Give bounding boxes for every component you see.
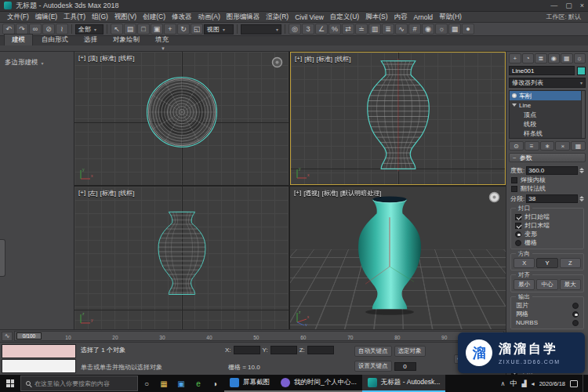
remove-modifier-icon[interactable]: × [555,141,570,151]
viewport-front[interactable]: [+][前][标准][线框] [290,52,506,185]
stack-item-vertex[interactable]: 顶点 [510,110,585,119]
menu-item[interactable]: Civil View [292,13,327,21]
viewport-top[interactable]: [+][顶][标准][线框] [74,52,289,185]
task-view-icon[interactable]: ▦ [155,379,172,388]
output-nurbs-radio[interactable] [572,320,579,326]
flip-normals-checkbox[interactable] [511,186,517,192]
time-slider[interactable]: 0/100 0102030405060708090100 [14,331,504,341]
hidden-icons-chevron[interactable]: ∧ [501,380,506,387]
viewport-label-token[interactable]: [顶] [88,54,97,63]
menu-item[interactable]: 工具(T) [60,13,89,22]
selection-region-icon[interactable]: □ [137,24,150,34]
ribbon-tab-modeling[interactable]: 建模 [4,34,33,45]
degrees-spinner[interactable] [579,168,584,173]
start-button[interactable] [0,375,20,392]
viewport-perspective[interactable]: [+][透视][标准][默认明暗处理] [290,187,506,329]
bind-spacewarp-icon[interactable]: ≀ [56,24,68,34]
menu-item[interactable]: 自定义(U) [327,13,362,22]
maximize-button[interactable]: ▢ [565,2,572,9]
ribbon-tab-object-paint[interactable]: 对象绘制 [106,34,147,45]
viewport-label-token[interactable]: [标准] [317,55,332,64]
taskbar-clock[interactable]: 2020/6/18 [539,380,565,387]
mirror-icon[interactable]: ⇄ [342,24,354,34]
segments-field[interactable]: 38 [526,194,578,203]
cap-end-checkbox[interactable] [515,223,521,229]
close-button[interactable]: × [580,2,584,9]
macro-recorder-field[interactable] [2,344,76,358]
menu-item[interactable]: 修改器 [169,13,195,22]
menu-item[interactable]: 动画(A) [195,13,223,22]
align-icon[interactable]: ≐ [355,24,368,34]
object-name-field[interactable]: Line001 [509,66,575,75]
select-scale-icon[interactable]: ◱ [191,24,203,34]
volume-icon[interactable]: ◂ [532,380,535,387]
scene-explorer-icon[interactable]: ▥ [368,24,381,34]
current-frame-field[interactable]: 0 [394,362,416,371]
maxscript-mini-listener[interactable] [2,359,76,373]
pin-stack-icon[interactable]: ⊙ [509,141,524,151]
viewport-label-token[interactable]: [+] [78,54,85,63]
chat-icon[interactable]: ◗ [207,379,224,388]
cap-start-checkbox[interactable] [515,214,521,220]
viewport-label-token[interactable]: [+] [295,55,302,64]
align-center-button[interactable]: 中心 [536,279,557,290]
menu-item[interactable]: 组(G) [89,13,111,22]
object-color-swatch[interactable] [577,67,586,75]
viewport-label-token[interactable]: [前] [304,55,314,64]
morph-radio[interactable] [515,231,521,238]
y-coordinate-field[interactable] [270,346,297,354]
render-setup-icon[interactable]: ☼ [435,24,448,34]
output-patch-radio[interactable] [572,303,579,309]
grid-radio[interactable] [515,240,521,246]
make-unique-icon[interactable]: ∗ [540,141,555,151]
menu-item[interactable]: 视图(V) [111,13,140,22]
ime-indicator[interactable]: 中 [510,379,517,389]
expand-icon[interactable] [512,103,517,107]
workspace-selector[interactable]: 工作区: 默认 [546,13,584,21]
viewport-label-token[interactable]: [默认明暗处理] [340,189,381,198]
redo-icon[interactable]: ↷ [16,24,28,34]
motion-tab[interactable]: ◉ [548,53,561,64]
viewport-label-token[interactable]: [线框] [118,54,134,63]
use-center-icon[interactable]: ◎ [289,24,301,34]
menu-item[interactable]: 脚本(S) [362,13,390,22]
rendered-frame-icon[interactable]: ▦ [448,24,461,34]
menu-item[interactable]: 内容 [391,13,411,22]
select-by-name-icon[interactable]: ▤ [124,24,136,34]
taskbar-app-screenshot[interactable]: 屏幕截图 [224,375,275,392]
viewport-label-token[interactable]: [左] [88,189,97,198]
modifier-list-dropdown[interactable]: 修改器列表 ▾ [509,78,586,88]
angle-snap-icon[interactable]: ∠ [315,24,328,34]
undo-icon[interactable]: ↶ [2,24,15,34]
select-rotate-icon[interactable]: ↻ [177,24,190,34]
ribbon-collapse-button[interactable]: ▼ [161,45,165,52]
degrees-field[interactable]: 360.0 [526,166,578,175]
ribbon-tab-selection[interactable]: 选择 [77,34,104,45]
window-crossing-icon[interactable]: ▣ [151,24,163,34]
vase-wireframe-front[interactable] [354,56,443,176]
viewport-label-token[interactable]: [+] [294,189,301,198]
polygon-modeling-panel-label[interactable]: 多边形建模 [5,58,38,67]
viewport-label-token[interactable]: [线框] [335,55,350,64]
output-mesh-radio[interactable] [572,311,579,318]
reference-coordinate-combo[interactable]: 视图 ▾ [204,24,234,34]
menu-item[interactable]: 编辑(E) [32,13,60,22]
viewport-label-token[interactable]: [线框] [118,189,134,198]
vase-wireframe-left[interactable] [147,209,216,299]
selected-only-button[interactable]: 选定对象 [394,346,426,357]
vase-wireframe-top[interactable] [142,72,222,152]
show-desktop-button[interactable] [583,375,585,392]
viewport-label-token[interactable]: [标准] [100,189,116,198]
ribbon-tab-populate[interactable]: 填充 [148,34,176,45]
x-coordinate-field[interactable] [234,346,260,354]
time-slider-handle[interactable]: 0/100 [16,332,42,339]
layer-manager-icon[interactable]: ≣ [382,24,394,34]
edge-browser-icon[interactable]: e [190,379,207,388]
configure-modifier-sets-icon[interactable]: ▦ [571,141,586,151]
z-coordinate-field[interactable] [307,346,334,354]
network-icon[interactable]: ▟ [521,380,526,387]
viewport-label-token[interactable]: [+] [78,189,85,198]
render-production-icon[interactable]: ● [462,24,474,34]
taskbar-app-3dsmax[interactable]: 无标题 - Autodesk... [362,375,446,392]
set-key-button[interactable]: 设置关键点 [354,361,392,372]
